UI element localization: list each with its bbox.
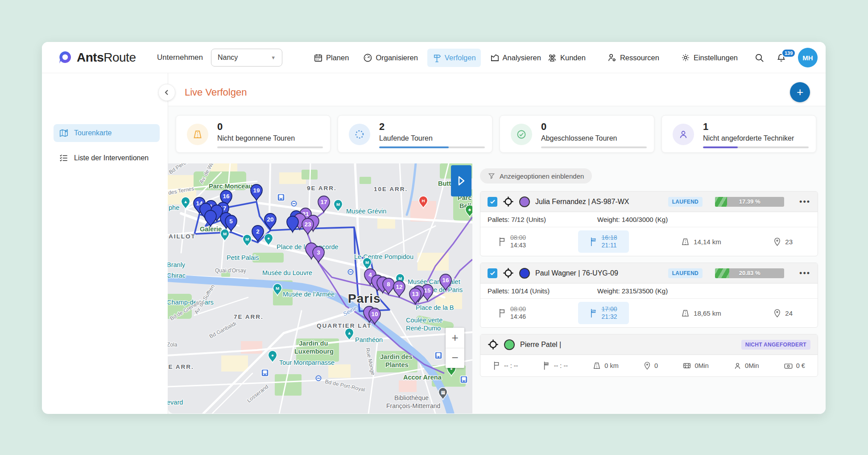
technician-header: Pierre Patel | NICHT ANGEFORDERT: [480, 334, 818, 355]
technician-name: Pierre Patel |: [520, 341, 561, 349]
svg-text:M: M: [398, 276, 402, 281]
speedometer-icon: [363, 53, 372, 63]
tab-verfolgen[interactable]: Verfolgen: [427, 49, 481, 67]
svg-text:13: 13: [412, 291, 419, 297]
crosshair-icon[interactable]: [503, 267, 514, 279]
train-station-icon: [460, 376, 467, 383]
traffic-icon: [348, 270, 353, 275]
svg-text:▲: ▲: [183, 199, 188, 204]
map-label: AILLOT: [169, 233, 196, 240]
svg-text:M: M: [336, 202, 340, 207]
stat-progress: [379, 146, 485, 148]
start-time-stat: 08:0014:43: [498, 234, 526, 249]
app-window: AntsRoute Unternehmen Nancy ▼ Planen Org…: [42, 42, 826, 414]
tab-ressourcen[interactable]: Ressourcen: [602, 48, 664, 67]
technician-card: Julia Fernandez | AS-987-WX LAUFEND 17.3…: [480, 191, 818, 256]
map-label: Bibliothèque: [394, 394, 429, 401]
end-time-stat: 17:0021:32: [578, 302, 629, 324]
sidebar-item-label: Liste der Interventionen: [74, 154, 149, 162]
map-label: Plantes: [385, 361, 409, 368]
stat-label: Abgeschlossene Touren: [541, 134, 617, 142]
display-options-button[interactable]: Anzeigeoptionen einblenden: [480, 168, 592, 184]
route-stats-row: 08:0014:46 17:0021:32 18,65 km 24: [480, 299, 818, 327]
train-station-icon: [277, 194, 285, 201]
svg-text:15: 15: [424, 287, 431, 294]
tab-analysieren[interactable]: Analysieren: [485, 49, 546, 67]
checklist-icon: [59, 153, 69, 163]
status-badge: NICHT ANGEFORDERT: [741, 340, 810, 350]
start-time-stat: -- : --: [493, 361, 518, 371]
weight-value: Weight: 2315/3500 (Kg): [597, 287, 668, 295]
svg-text:8: 8: [387, 281, 390, 288]
cost-stat: 0 €: [784, 361, 805, 371]
svg-text:▲: ▲: [347, 330, 351, 335]
chevron-left-icon: [164, 89, 170, 96]
map-icon: [59, 128, 69, 138]
map-label: Coulée verte: [406, 317, 442, 324]
main-menu: Planen Organisieren Verfolgen Analysiere…: [309, 42, 546, 73]
map-label: Petit Palais: [227, 254, 259, 261]
brand-logo[interactable]: AntsRoute: [57, 50, 136, 66]
zoom-out-button[interactable]: −: [446, 348, 464, 368]
stat-label: Nicht begonnene Touren: [217, 134, 295, 142]
chart-icon: [490, 53, 500, 63]
panel-expand-button[interactable]: [451, 165, 471, 196]
tab-kunden[interactable]: Kunden: [542, 48, 591, 67]
traffic-icon: [292, 201, 297, 206]
check-icon: [490, 199, 496, 205]
map-canvas[interactable]: Bd Pereiredes TernesAv. de WagParc Monce…: [168, 163, 472, 413]
train-station-icon: [435, 352, 442, 359]
tab-planen[interactable]: Planen: [309, 49, 354, 67]
technician-checkbox[interactable]: [488, 268, 497, 278]
crosshair-icon[interactable]: [488, 339, 499, 350]
map-label: Quai d'Orsay: [215, 267, 246, 274]
map-label: François-Mitterrand: [386, 402, 440, 409]
company-select[interactable]: Nancy ▼: [211, 49, 282, 67]
stat-progress: [703, 146, 809, 148]
technician-name: Julia Fernandez | AS-987-WX: [535, 198, 629, 206]
svg-text:16: 16: [223, 193, 230, 200]
flag-icon: [498, 308, 507, 318]
user-avatar[interactable]: MH: [798, 48, 818, 67]
map-label: Le Centre Pompidou: [354, 253, 413, 260]
add-button[interactable]: +: [790, 82, 810, 102]
pallets-value: Pallets: 10/14 (Units): [488, 287, 550, 295]
sidebar-item-tourenkarte[interactable]: Tourenkarte: [54, 124, 160, 142]
banknote-icon: [784, 361, 793, 371]
triangle-right-icon: [457, 175, 466, 186]
technician-header: Paul Wagner | 76-UYG-09 LAUFEND 20.83 % …: [480, 263, 818, 284]
map-label: 10E ARR.: [374, 186, 408, 192]
sidebar-item-interventionen[interactable]: Liste der Interventionen: [54, 149, 160, 167]
calendar-icon: [314, 53, 323, 63]
more-options-button[interactable]: •••: [799, 271, 810, 276]
svg-text:M: M: [245, 237, 249, 242]
van-icon: [682, 361, 691, 370]
stat-label: Nicht angeforderte Techniker: [703, 134, 794, 142]
technician-card: Pierre Patel | NICHT ANGEFORDERT -- : --…: [480, 334, 818, 377]
svg-text:17: 17: [320, 199, 327, 205]
map-label: Musée du Louvre: [262, 269, 312, 276]
route-progress-bar: 17.39 %: [715, 197, 784, 207]
search-icon: [754, 53, 765, 63]
stat-card-running: 2 Laufende Touren: [338, 115, 492, 153]
status-badge: LAUFEND: [668, 268, 703, 278]
signpost-icon: [432, 53, 442, 63]
pin-icon: [773, 309, 781, 318]
weight-value: Weight: 1400/3000 (Kg): [597, 216, 668, 223]
notifications-button[interactable]: 139: [776, 53, 786, 63]
crosshair-icon[interactable]: [503, 196, 514, 207]
technician-checkbox[interactable]: [488, 197, 497, 207]
drive-time-stat: 0Min: [682, 361, 708, 370]
technician-header: Julia Fernandez | AS-987-WX LAUFEND 17.3…: [480, 192, 818, 212]
map-label: Jardin du: [299, 340, 328, 347]
search-button[interactable]: [754, 53, 765, 63]
tab-organisieren[interactable]: Organisieren: [358, 49, 422, 67]
capacity-row: Pallets: 7/12 (Units) Weight: 1400/3000 …: [480, 212, 818, 227]
back-button[interactable]: [158, 84, 175, 101]
more-options-button[interactable]: •••: [799, 200, 810, 204]
road-icon: [681, 237, 690, 246]
tab-einstellungen[interactable]: Einstellungen: [676, 48, 743, 67]
stat-value: 2: [379, 121, 384, 133]
zoom-in-button[interactable]: +: [446, 328, 464, 348]
map-label: Paris: [348, 292, 381, 305]
